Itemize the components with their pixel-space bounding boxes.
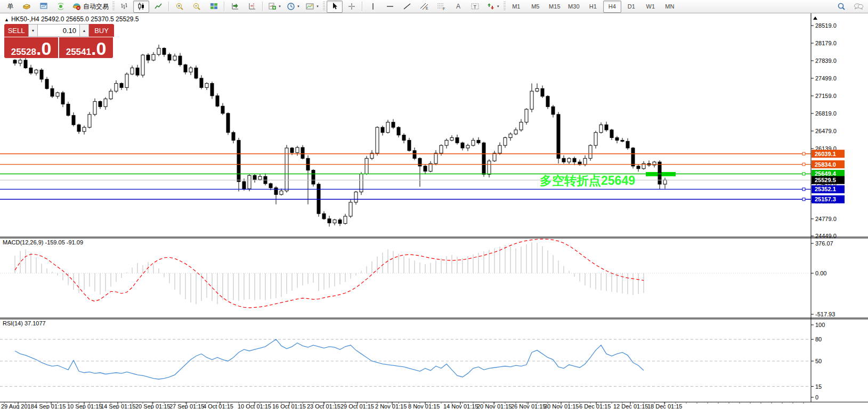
timeframe-w1-button[interactable]: W1 bbox=[642, 1, 660, 13]
candle-up bbox=[344, 216, 347, 224]
chart-candles-button[interactable] bbox=[133, 1, 149, 13]
cursor-icon bbox=[331, 2, 338, 11]
periods-icon bbox=[287, 2, 295, 11]
timeframe-d1-button[interactable]: D1 bbox=[622, 1, 640, 13]
zoom-out-button[interactable] bbox=[189, 1, 205, 13]
candle-down bbox=[402, 135, 405, 141]
vertical-line-button[interactable] bbox=[365, 1, 381, 13]
crosshair-icon bbox=[347, 2, 356, 11]
zoom-in-button[interactable] bbox=[172, 1, 188, 13]
level-line-marker[interactable] bbox=[802, 198, 805, 201]
toolbar-grip bbox=[323, 2, 325, 11]
candle-down bbox=[163, 48, 166, 55]
pivot-annotation-text[interactable]: 多空转折点25649 bbox=[540, 174, 635, 187]
candle-up bbox=[141, 55, 144, 75]
templates-icon bbox=[305, 2, 314, 11]
volume-increase-button[interactable]: ▲ bbox=[79, 24, 89, 37]
equidistant-channel-button[interactable]: E bbox=[416, 1, 432, 13]
chart-bars-button[interactable] bbox=[116, 1, 132, 13]
candle-up bbox=[493, 153, 496, 161]
autotrade-button[interactable]: 自动交易 bbox=[70, 1, 111, 13]
toolbar-grip bbox=[112, 2, 115, 11]
buy-price-panel[interactable]: 25541 .0 bbox=[59, 37, 113, 58]
new-order-button[interactable]: 单 bbox=[2, 1, 18, 13]
tile-windows-button[interactable] bbox=[206, 1, 222, 13]
candle-down bbox=[184, 65, 187, 72]
volume-decrease-button[interactable]: ▼ bbox=[28, 24, 38, 37]
chart-line-button[interactable] bbox=[150, 1, 166, 13]
crosshair-button[interactable] bbox=[344, 1, 360, 13]
svg-text:E: E bbox=[426, 6, 428, 10]
candle-up bbox=[205, 84, 208, 88]
level-line-marker[interactable] bbox=[802, 163, 805, 166]
chart-canvas[interactable]: 多空转折点2564928519.028179.027839.027499.027… bbox=[0, 0, 868, 409]
candle-down bbox=[237, 140, 240, 182]
chart-candles-icon bbox=[137, 2, 145, 11]
candle-up bbox=[504, 138, 507, 146]
candle-up bbox=[115, 84, 118, 92]
timeframe-m5-button[interactable]: M5 bbox=[526, 1, 545, 13]
candle-up bbox=[173, 56, 176, 60]
indicators-button-dropdown-arrow[interactable]: ▼ bbox=[278, 5, 281, 8]
templates-button[interactable]: ▼ bbox=[303, 1, 321, 13]
text-button[interactable]: A bbox=[450, 1, 466, 13]
candle-down bbox=[418, 158, 421, 166]
text-label-button[interactable]: T bbox=[467, 1, 483, 13]
search-button[interactable] bbox=[833, 1, 849, 13]
chart-area[interactable]: 多空转折点2564928519.028179.027839.027499.027… bbox=[0, 0, 868, 409]
timeframe-mn-button[interactable]: MN bbox=[661, 1, 679, 13]
candle-up bbox=[285, 148, 288, 191]
candle-down bbox=[338, 220, 342, 224]
auto-scroll-button[interactable] bbox=[227, 1, 243, 13]
collapse-panel-icon[interactable]: ▲ bbox=[4, 17, 9, 22]
periods-button-dropdown-arrow[interactable]: ▼ bbox=[297, 5, 300, 8]
zoom-out-icon bbox=[192, 2, 201, 11]
candle-up bbox=[349, 202, 352, 216]
candle-down bbox=[413, 151, 416, 159]
chat-icon bbox=[853, 2, 864, 11]
indicators-button[interactable]: ▼ bbox=[265, 1, 283, 13]
timeframe-h1-button[interactable]: H1 bbox=[584, 1, 602, 13]
templates-button-dropdown-arrow[interactable]: ▼ bbox=[316, 5, 319, 8]
candle-up bbox=[189, 68, 192, 72]
level-line-marker[interactable] bbox=[802, 152, 805, 155]
sell-price-panel[interactable]: 25528 .0 bbox=[4, 37, 58, 58]
toolbar-separator bbox=[362, 2, 363, 11]
fibonacci-button[interactable]: F bbox=[433, 1, 449, 13]
arrows-button[interactable]: ▼ bbox=[484, 1, 502, 13]
time-axis-label: 29 Oct 01:15 bbox=[340, 403, 374, 409]
timeframe-h4-button[interactable]: H4 bbox=[603, 1, 621, 13]
candle-up bbox=[248, 175, 251, 189]
chat-button[interactable] bbox=[850, 1, 866, 13]
horizontal-line-button[interactable] bbox=[382, 1, 398, 13]
timeframe-m1-button[interactable]: M1 bbox=[507, 1, 525, 13]
data-window-button[interactable] bbox=[36, 1, 52, 13]
chart-shift-button[interactable] bbox=[244, 1, 260, 13]
sell-button[interactable]: SELL bbox=[4, 24, 28, 37]
timeframe-m30-button[interactable]: M30 bbox=[565, 1, 583, 13]
candle-down bbox=[179, 56, 182, 64]
arrows-button-dropdown-arrow[interactable]: ▼ bbox=[497, 5, 500, 8]
buy-button[interactable]: BUY bbox=[89, 24, 114, 37]
cursor-button[interactable] bbox=[327, 1, 343, 13]
level-line-marker[interactable] bbox=[802, 188, 805, 191]
navigator-button[interactable] bbox=[53, 1, 69, 13]
candle-down bbox=[381, 127, 384, 133]
rsi-axis-label: 0 bbox=[815, 394, 818, 400]
rsi-axis-label: 50 bbox=[815, 358, 822, 364]
candle-up bbox=[594, 133, 597, 145]
market-watch-button[interactable] bbox=[19, 1, 35, 13]
periods-button[interactable]: ▼ bbox=[285, 1, 302, 13]
trendline-button[interactable] bbox=[399, 1, 415, 13]
volume-input[interactable] bbox=[38, 24, 79, 37]
candle-up bbox=[35, 70, 38, 73]
timeframe-m15-button[interactable]: M15 bbox=[546, 1, 564, 13]
candle-down bbox=[200, 78, 203, 87]
candle-up bbox=[498, 145, 501, 153]
level-line-marker[interactable] bbox=[802, 173, 805, 175]
candle-down bbox=[397, 127, 400, 135]
svg-text:F: F bbox=[443, 7, 445, 11]
candle-up bbox=[19, 60, 22, 63]
axis-price-label: 25157.3 bbox=[815, 196, 836, 202]
axis-price-label: 25352.1 bbox=[815, 186, 836, 192]
